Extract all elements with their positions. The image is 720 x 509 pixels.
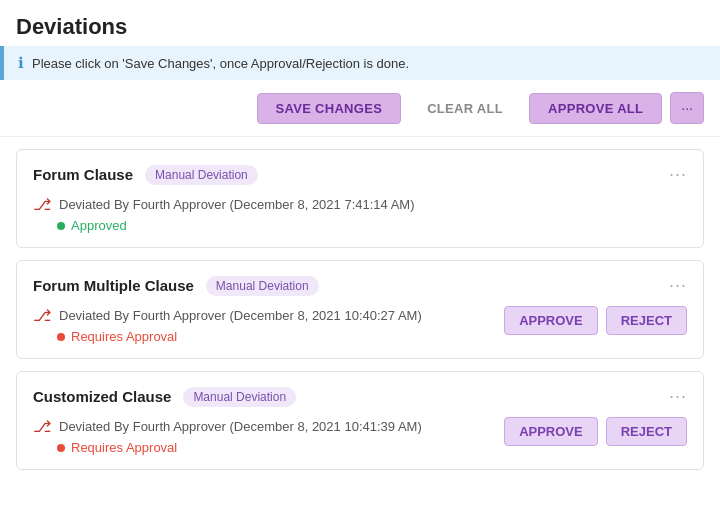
card-actions-forum-multiple-clause: APPROVE REJECT <box>504 306 687 335</box>
status-dot-forum-clause <box>57 222 65 230</box>
git-icon-customized-clause: ⎇ <box>33 417 51 436</box>
card-title-forum-clause: Forum Clause <box>33 166 133 183</box>
card-header-customized-clause: Customized Clause Manual Deviation ··· <box>33 386 687 407</box>
banner-text: Please click on 'Save Changes', once App… <box>32 56 409 71</box>
card-body-customized-clause: ⎇ Deviated By Fourth Approver (December … <box>33 417 687 455</box>
deviation-info-forum-clause: ⎇ Deviated By Fourth Approver (December … <box>33 195 415 233</box>
reject-button-customized-clause[interactable]: REJECT <box>606 417 687 446</box>
card-header-forum-multiple-clause: Forum Multiple Clause Manual Deviation ·… <box>33 275 687 296</box>
git-icon-forum-clause: ⎇ <box>33 195 51 214</box>
deviation-text-forum-clause: Deviated By Fourth Approver (December 8,… <box>59 197 415 212</box>
status-text-forum-clause: Approved <box>71 218 127 233</box>
card-header-forum-clause: Forum Clause Manual Deviation ··· <box>33 164 687 185</box>
card-title-group-customized-clause: Customized Clause Manual Deviation <box>33 387 296 407</box>
reject-button-forum-multiple-clause[interactable]: REJECT <box>606 306 687 335</box>
approve-all-button[interactable]: APPROVE ALL <box>529 93 662 124</box>
info-icon: ℹ <box>18 54 24 72</box>
card-title-customized-clause: Customized Clause <box>33 388 171 405</box>
card-body-forum-clause: ⎇ Deviated By Fourth Approver (December … <box>33 195 687 233</box>
card-actions-customized-clause: APPROVE REJECT <box>504 417 687 446</box>
git-icon-forum-multiple-clause: ⎇ <box>33 306 51 325</box>
info-banner: ℹ Please click on 'Save Changes', once A… <box>0 46 720 80</box>
status-dot-forum-multiple-clause <box>57 333 65 341</box>
card-more-icon-customized-clause[interactable]: ··· <box>669 386 687 407</box>
toolbar: SAVE CHANGES CLEAR ALL APPROVE ALL ··· <box>0 80 720 137</box>
clear-all-button[interactable]: CLEAR ALL <box>409 94 521 123</box>
card-title-forum-multiple-clause: Forum Multiple Clause <box>33 277 194 294</box>
approve-button-customized-clause[interactable]: APPROVE <box>504 417 598 446</box>
cards-container: Forum Clause Manual Deviation ··· ⎇ Devi… <box>0 149 720 470</box>
card-body-forum-multiple-clause: ⎇ Deviated By Fourth Approver (December … <box>33 306 687 344</box>
deviation-by-customized-clause: ⎇ Deviated By Fourth Approver (December … <box>33 417 422 436</box>
deviation-badge-forum-clause: Manual Deviation <box>145 165 258 185</box>
deviation-text-forum-multiple-clause: Deviated By Fourth Approver (December 8,… <box>59 308 422 323</box>
page-title: Deviations <box>16 14 704 40</box>
deviation-badge-customized-clause: Manual Deviation <box>183 387 296 407</box>
status-dot-customized-clause <box>57 444 65 452</box>
deviation-card-forum-clause: Forum Clause Manual Deviation ··· ⎇ Devi… <box>16 149 704 248</box>
card-title-group-forum-clause: Forum Clause Manual Deviation <box>33 165 258 185</box>
status-line-forum-multiple-clause: Requires Approval <box>33 329 422 344</box>
more-options-button[interactable]: ··· <box>670 92 704 124</box>
card-more-icon-forum-clause[interactable]: ··· <box>669 164 687 185</box>
save-changes-button[interactable]: SAVE CHANGES <box>257 93 402 124</box>
deviation-info-forum-multiple-clause: ⎇ Deviated By Fourth Approver (December … <box>33 306 422 344</box>
card-title-group-forum-multiple-clause: Forum Multiple Clause Manual Deviation <box>33 276 319 296</box>
approve-button-forum-multiple-clause[interactable]: APPROVE <box>504 306 598 335</box>
deviation-by-forum-multiple-clause: ⎇ Deviated By Fourth Approver (December … <box>33 306 422 325</box>
status-text-customized-clause: Requires Approval <box>71 440 177 455</box>
deviation-info-customized-clause: ⎇ Deviated By Fourth Approver (December … <box>33 417 422 455</box>
deviation-by-forum-clause: ⎇ Deviated By Fourth Approver (December … <box>33 195 415 214</box>
card-more-icon-forum-multiple-clause[interactable]: ··· <box>669 275 687 296</box>
status-line-forum-clause: Approved <box>33 218 415 233</box>
status-text-forum-multiple-clause: Requires Approval <box>71 329 177 344</box>
deviation-badge-forum-multiple-clause: Manual Deviation <box>206 276 319 296</box>
deviation-text-customized-clause: Deviated By Fourth Approver (December 8,… <box>59 419 422 434</box>
status-line-customized-clause: Requires Approval <box>33 440 422 455</box>
deviation-card-forum-multiple-clause: Forum Multiple Clause Manual Deviation ·… <box>16 260 704 359</box>
deviation-card-customized-clause: Customized Clause Manual Deviation ··· ⎇… <box>16 371 704 470</box>
